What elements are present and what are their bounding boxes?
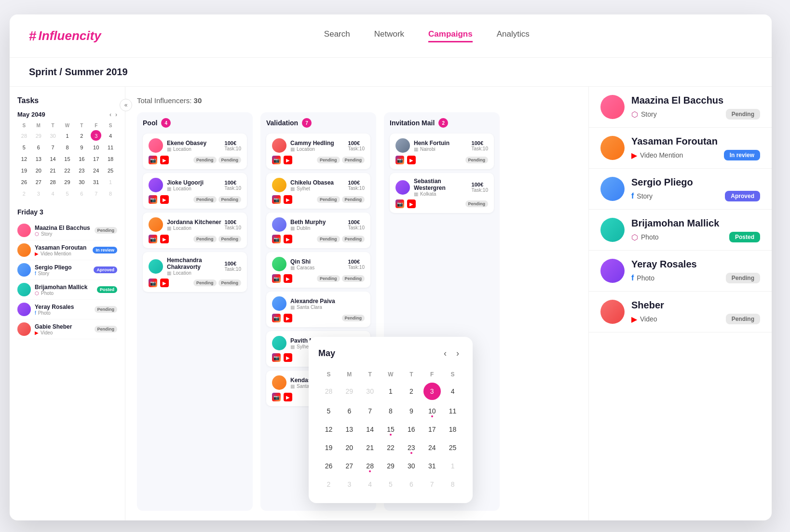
mini-cal-day[interactable]: 7 [48, 142, 58, 152]
mini-cal-day[interactable]: 6 [76, 188, 87, 199]
cal-day[interactable]: 15 [385, 422, 396, 437]
cal-day[interactable]: 13 [343, 422, 355, 437]
mini-cal-day[interactable]: 27 [33, 176, 44, 187]
card-alexandre[interactable]: Alexandre Paiva ▦ Santa Clara 📷 [266, 292, 370, 327]
cal-prev-btn[interactable]: ‹ [440, 346, 450, 360]
right-item-yasaman[interactable]: Yasaman Foroutan ▶ Video Mention In revi… [589, 128, 772, 169]
task-item-gabie[interactable]: Gabie Sheber ▶ Video Pending [17, 319, 117, 339]
cal-day[interactable]: 1 [387, 384, 395, 399]
mini-cal-day[interactable]: 16 [76, 153, 87, 164]
mini-cal-day[interactable]: 5 [19, 142, 29, 152]
mini-cal-day[interactable]: 30 [76, 176, 87, 187]
mini-cal-day[interactable]: 23 [76, 165, 87, 175]
cal-day[interactable]: 2 [408, 384, 415, 399]
mini-cal-day[interactable]: 11 [105, 142, 116, 152]
mini-cal-day[interactable]: 13 [33, 153, 44, 164]
mini-cal-day[interactable]: 20 [33, 165, 44, 175]
card-beth[interactable]: Beth Murphy ▦ Dublin 100€ Task:10 [266, 213, 370, 248]
cal-day[interactable]: 31 [426, 459, 438, 473]
mini-cal-day[interactable]: 29 [62, 176, 72, 187]
cal-day[interactable]: 6 [408, 477, 415, 492]
mini-cal-day[interactable]: 21 [48, 165, 58, 175]
cal-day[interactable]: 18 [447, 422, 459, 437]
mini-cal-day[interactable]: 9 [76, 142, 87, 152]
cal-day[interactable]: 7 [366, 404, 374, 418]
cal-day[interactable]: 28 [364, 459, 376, 473]
cal-day[interactable]: 26 [323, 459, 335, 473]
nav-search[interactable]: Search [324, 29, 350, 42]
cal-day[interactable]: 30 [364, 384, 376, 399]
mini-cal-day[interactable]: 28 [48, 176, 58, 187]
mini-cal-day[interactable]: 4 [48, 188, 58, 199]
mini-cal-day[interactable]: 19 [19, 165, 29, 175]
mini-cal-day[interactable]: 14 [48, 153, 58, 164]
mini-cal-day[interactable]: 26 [19, 176, 29, 187]
cal-day[interactable]: 29 [343, 384, 355, 399]
mini-cal-day[interactable]: 18 [105, 153, 116, 164]
right-item-brija[interactable]: Brijamohan Mallick ⬡ Photo Posted [589, 210, 772, 251]
cal-prev-btn[interactable]: ‹ [109, 111, 111, 118]
cal-day[interactable]: 1 [449, 459, 457, 473]
cal-day[interactable]: 24 [426, 440, 438, 455]
cal-day[interactable]: 21 [364, 440, 376, 455]
cal-day[interactable]: 20 [343, 440, 355, 455]
right-item-yeray[interactable]: Yeray Rosales f Photo Pending [589, 251, 772, 292]
cal-day[interactable]: 10 [426, 404, 438, 418]
card-jioke[interactable]: Jioke Ugoorji ▦ Location 100€ Task:10 [143, 173, 247, 209]
mini-cal-day[interactable]: 4 [105, 130, 116, 141]
cal-day[interactable]: 8 [449, 477, 457, 492]
card-chikelu[interactable]: Chikelu Obasea ▦ Sylhet 100€ Task:10 [266, 173, 370, 209]
mini-cal-day[interactable]: 1 [105, 176, 116, 187]
task-item-yeray[interactable]: Yeray Rosales f Photo Pending [17, 300, 117, 319]
cal-day[interactable]: 25 [447, 440, 459, 455]
mini-cal-day[interactable]: 12 [19, 153, 29, 164]
cal-day[interactable]: 5 [387, 477, 395, 492]
mini-cal-day-today[interactable]: 3 [91, 130, 101, 141]
task-item-brija[interactable]: Brijamohan Mallick ⬡ Photo Posted [17, 280, 117, 300]
nav-analytics[interactable]: Analytics [497, 29, 530, 42]
mini-cal-day[interactable]: 30 [48, 130, 58, 141]
mini-cal-day[interactable]: 29 [33, 130, 44, 141]
right-item-sergio[interactable]: Sergio Pliego f Story Aproved [589, 169, 772, 210]
cal-day[interactable]: 12 [323, 422, 335, 437]
mini-cal-day[interactable]: 28 [19, 130, 29, 141]
cal-day[interactable]: 5 [325, 404, 333, 418]
cal-day[interactable]: 23 [406, 440, 417, 455]
cal-day[interactable]: 14 [364, 422, 376, 437]
nav-network[interactable]: Network [374, 29, 404, 42]
cal-day[interactable]: 6 [345, 404, 353, 418]
right-item-maazina[interactable]: Maazina El Bacchus ⬡ Story Pending [589, 87, 772, 128]
mini-cal-day[interactable]: 2 [19, 188, 29, 199]
mini-cal-day[interactable]: 22 [62, 165, 72, 175]
mini-cal-day[interactable]: 8 [62, 142, 72, 152]
mini-cal-day[interactable]: 6 [33, 142, 44, 152]
cal-day[interactable]: 2 [325, 477, 333, 492]
mini-cal-day[interactable]: 24 [91, 165, 101, 175]
cal-day[interactable]: 8 [387, 404, 395, 418]
mini-cal-day[interactable]: 3 [33, 188, 44, 199]
cal-day[interactable]: 30 [406, 459, 417, 473]
cal-day[interactable]: 19 [323, 440, 335, 455]
cal-day[interactable]: 11 [447, 404, 459, 418]
mini-cal-day[interactable]: 5 [62, 188, 72, 199]
nav-campaigns[interactable]: Campaigns [428, 29, 473, 42]
task-item-sergio[interactable]: Sergio Pliego f Story Aproved [17, 260, 117, 280]
cal-day[interactable]: 4 [366, 477, 374, 492]
right-item-sheber[interactable]: Sheber ▶ Video Pending [589, 292, 772, 332]
cal-day[interactable]: 28 [323, 384, 335, 399]
mini-cal-day[interactable]: 15 [62, 153, 72, 164]
cal-day[interactable]: 27 [343, 459, 355, 473]
cal-day[interactable]: 4 [449, 384, 457, 399]
mini-cal-day[interactable]: 7 [91, 188, 101, 199]
card-sebastian[interactable]: Sebastian Westergren ▦ Kolkata 100€ Task… [390, 173, 494, 213]
card-henk[interactable]: Henk Fortuin ▦ Nairobi 100€ Task:10 [390, 133, 494, 169]
cal-day[interactable]: 16 [406, 422, 417, 437]
card-ekene[interactable]: Ekene Obasey ▦ Location 100€ Task:10 [143, 133, 247, 169]
mini-cal-day[interactable]: 31 [91, 176, 101, 187]
task-item-yasaman[interactable]: Yasaman Foroutan ▶ Video Mention In revi… [17, 240, 117, 260]
mini-cal-day[interactable]: 1 [62, 130, 72, 141]
cal-next-btn[interactable]: › [452, 346, 463, 360]
card-cammy[interactable]: Cammy Hedling ▦ Location 100€ Task:10 [266, 133, 370, 169]
card-hemchandra[interactable]: Hemchandra Chakravorty ▦ Location 100€ T… [143, 252, 247, 292]
card-qin[interactable]: Qin Shi ▦ Caracas 100€ Task:10 [266, 252, 370, 288]
